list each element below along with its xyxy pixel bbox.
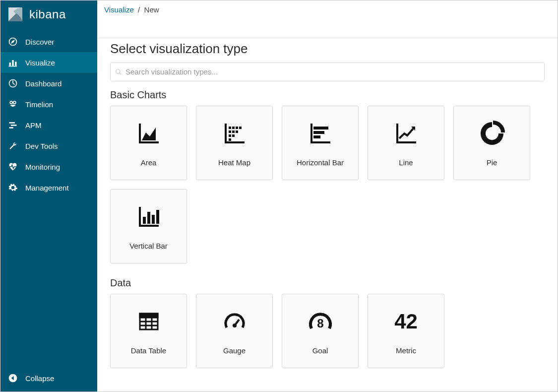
breadcrumb: Visualize / New bbox=[97, 0, 558, 38]
timelion-icon bbox=[7, 99, 18, 110]
viz-label: Data Table bbox=[131, 346, 166, 355]
kibana-logo-icon bbox=[7, 6, 23, 22]
svg-rect-39 bbox=[396, 124, 398, 143]
search-input[interactable] bbox=[110, 63, 545, 81]
apm-icon bbox=[7, 120, 18, 131]
sidebar: kibana Discover Visualize Dashboard Time… bbox=[0, 0, 97, 392]
svg-point-11 bbox=[13, 105, 14, 106]
sidebar-item-discover[interactable]: Discover bbox=[0, 31, 97, 52]
svg-rect-47 bbox=[152, 215, 155, 224]
svg-point-10 bbox=[12, 105, 13, 106]
sidebar-item-monitoring[interactable]: Monitoring bbox=[0, 156, 97, 177]
area-chart-icon bbox=[134, 119, 164, 148]
viz-label: Metric bbox=[396, 346, 416, 355]
goal-icon: 8 bbox=[306, 307, 335, 336]
svg-rect-28 bbox=[229, 131, 231, 133]
viz-card-data-table[interactable]: Data Table bbox=[110, 294, 187, 368]
sidebar-item-label: APM bbox=[25, 121, 42, 130]
heatmap-icon bbox=[220, 119, 249, 148]
sidebar-item-management[interactable]: Management bbox=[0, 177, 97, 198]
svg-rect-33 bbox=[229, 138, 231, 141]
svg-rect-44 bbox=[139, 225, 159, 227]
breadcrumb-current: New bbox=[144, 5, 159, 14]
sidebar-item-label: Monitoring bbox=[25, 163, 60, 171]
basic-charts-grid: Area Heat Map Horizontal Bar bbox=[110, 106, 545, 263]
sidebar-item-timelion[interactable]: Timelion bbox=[0, 94, 97, 115]
sidebar-item-label: Dashboard bbox=[25, 79, 62, 88]
viz-label: Area bbox=[141, 158, 157, 167]
viz-card-gauge[interactable]: Gauge bbox=[196, 294, 273, 368]
heartbeat-icon bbox=[7, 161, 18, 172]
metric-icon: 42 bbox=[391, 307, 421, 336]
horizontal-bar-icon bbox=[306, 119, 335, 148]
breadcrumb-root[interactable]: Visualize bbox=[104, 5, 134, 14]
svg-rect-50 bbox=[140, 314, 158, 318]
viz-label: Horizontal Bar bbox=[297, 158, 344, 167]
svg-line-56 bbox=[235, 320, 239, 326]
viz-card-metric[interactable]: 42 Metric bbox=[368, 294, 444, 368]
svg-rect-19 bbox=[139, 124, 141, 143]
svg-rect-31 bbox=[229, 134, 231, 137]
sidebar-item-label: Visualize bbox=[25, 59, 55, 67]
svg-point-17 bbox=[116, 69, 120, 73]
viz-card-line[interactable]: Line bbox=[368, 106, 444, 180]
svg-rect-34 bbox=[310, 124, 312, 143]
svg-rect-36 bbox=[313, 127, 328, 130]
svg-rect-45 bbox=[143, 217, 146, 224]
viz-card-goal[interactable]: 8 Goal bbox=[282, 294, 359, 368]
section-basic-charts: Basic Charts bbox=[110, 89, 545, 101]
sidebar-nav: Discover Visualize Dashboard Timelion AP… bbox=[0, 31, 97, 368]
svg-rect-12 bbox=[9, 122, 15, 124]
data-grid: Data Table Gauge 8 Goal 42 Metric bbox=[110, 294, 545, 368]
svg-rect-40 bbox=[396, 141, 416, 143]
pie-chart-icon bbox=[477, 119, 507, 148]
svg-rect-35 bbox=[310, 141, 330, 143]
viz-label: Vertical Bar bbox=[129, 242, 168, 250]
compass-icon bbox=[7, 36, 18, 47]
svg-rect-43 bbox=[139, 207, 141, 227]
viz-card-horizontal-bar[interactable]: Horizontal Bar bbox=[282, 106, 359, 180]
svg-rect-48 bbox=[156, 210, 159, 224]
svg-rect-24 bbox=[229, 127, 231, 129]
svg-rect-38 bbox=[313, 135, 320, 138]
svg-line-18 bbox=[120, 73, 122, 75]
svg-rect-22 bbox=[225, 124, 227, 143]
svg-rect-4 bbox=[12, 60, 13, 66]
wrench-icon bbox=[7, 140, 18, 151]
sidebar-item-label: Management bbox=[25, 184, 69, 192]
viz-card-heat-map[interactable]: Heat Map bbox=[196, 106, 273, 180]
svg-rect-29 bbox=[232, 131, 235, 133]
svg-rect-3 bbox=[9, 63, 11, 66]
viz-card-vertical-bar[interactable]: Vertical Bar bbox=[110, 189, 187, 263]
svg-rect-25 bbox=[232, 127, 235, 129]
svg-rect-23 bbox=[225, 141, 245, 143]
collapse-button[interactable]: Collapse bbox=[7, 373, 90, 384]
brand-name: kibana bbox=[29, 7, 66, 21]
collapse-icon bbox=[7, 373, 18, 384]
svg-rect-5 bbox=[15, 62, 16, 65]
gauge-icon bbox=[220, 307, 249, 336]
svg-rect-14 bbox=[9, 127, 13, 129]
data-table-icon bbox=[134, 307, 164, 336]
svg-rect-13 bbox=[11, 125, 17, 126]
svg-rect-30 bbox=[236, 131, 238, 133]
viz-label: Pie bbox=[487, 158, 497, 167]
svg-rect-26 bbox=[236, 127, 238, 129]
sidebar-item-label: Timelion bbox=[25, 100, 53, 109]
svg-rect-46 bbox=[147, 212, 150, 224]
vertical-bar-icon bbox=[134, 202, 164, 232]
breadcrumb-sep: / bbox=[136, 5, 144, 14]
bar-chart-icon bbox=[7, 57, 18, 68]
viz-card-area[interactable]: Area bbox=[110, 106, 187, 180]
sidebar-item-dev-tools[interactable]: Dev Tools bbox=[0, 135, 97, 156]
brand-logo[interactable]: kibana bbox=[0, 0, 97, 31]
sidebar-item-dashboard[interactable]: Dashboard bbox=[0, 73, 97, 94]
page-title: Select visualization type bbox=[110, 41, 545, 57]
viz-card-pie[interactable]: Pie bbox=[453, 106, 530, 180]
viz-label: Heat Map bbox=[218, 158, 250, 167]
sidebar-item-label: Discover bbox=[25, 38, 54, 46]
sidebar-item-label: Dev Tools bbox=[25, 142, 58, 150]
sidebar-item-apm[interactable]: APM bbox=[0, 115, 97, 135]
sidebar-item-visualize[interactable]: Visualize bbox=[0, 52, 97, 73]
viz-label: Goal bbox=[312, 346, 328, 355]
